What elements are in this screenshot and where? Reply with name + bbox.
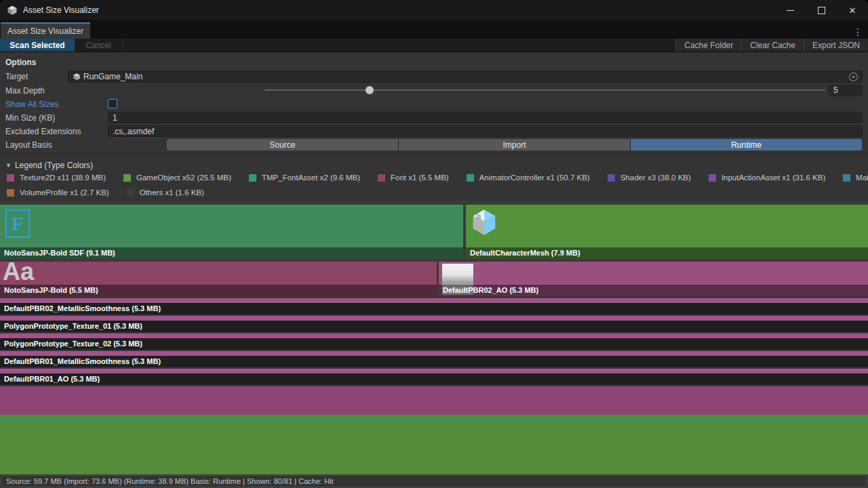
type-color-swatch xyxy=(127,189,134,197)
layout-basis-segmented-control: Source Import Runtime xyxy=(167,139,862,150)
treemap-cell-notosansjp-bold-sdf[interactable]: F NotoSansJP-Bold SDF (9.1 MB) xyxy=(0,205,463,259)
min-size-label: Min Size (KB) xyxy=(5,113,55,123)
cell-label: DefaultCharacterMesh (7.9 MB) xyxy=(466,247,868,259)
treemap-nested-stripe xyxy=(0,418,868,422)
legend-item-label: Shader x3 (38.0 KB) xyxy=(620,174,691,182)
legend-panel: ▼ Legend (Type Colors) Texture2D x11 (38… xyxy=(0,155,868,202)
scan-selected-button[interactable]: Scan Selected xyxy=(0,39,75,52)
font-glyph-icon: Aa xyxy=(3,262,34,285)
legend-item-label: TMP_FontAsset x2 (9.6 MB) xyxy=(262,174,360,182)
legend-item-label: AnimatorController x1 (50.7 KB) xyxy=(479,174,590,182)
layout-basis-runtime-button[interactable]: Runtime xyxy=(631,139,862,150)
legend-row-2: VolumeProfile x1 (2.7 KB) Others x1 (1.6… xyxy=(7,188,204,197)
legend-item: VolumeProfile x1 (2.7 KB) xyxy=(7,188,109,197)
legend-item: Others x1 (1.6 KB) xyxy=(127,188,204,197)
clear-cache-button[interactable]: Clear Cache xyxy=(741,39,804,52)
cancel-button[interactable]: Cancel xyxy=(75,39,122,52)
status-frame: Source: 59.7 MB (Import: 73.6 MB) (Runti… xyxy=(1,475,867,487)
legend-item-label: Texture2D x11 (38.9 MB) xyxy=(20,174,106,182)
legend-header[interactable]: ▼ Legend (Type Colors) xyxy=(5,161,93,170)
treemap-gameobject-block[interactable] xyxy=(0,415,868,474)
treemap-cell-defaultpbr02-ao[interactable]: DefaultPBR02_AO (5.3 MB) xyxy=(439,262,868,296)
close-icon: ✕ xyxy=(849,6,856,15)
target-value: RunGame_Main xyxy=(83,72,142,81)
type-color-swatch xyxy=(608,174,615,182)
collapse-triangle-icon: ▼ xyxy=(5,162,12,169)
cell-label: NotoSansJP-Bold (5.5 MB) xyxy=(0,285,437,296)
legend-item: TMP_FontAsset x2 (9.6 MB) xyxy=(249,174,360,182)
minimize-icon xyxy=(787,10,794,11)
cell-body xyxy=(0,298,868,303)
treemap: F NotoSansJP-Bold SDF (9.1 MB) DefaultCh… xyxy=(0,201,868,474)
maximize-button[interactable] xyxy=(806,0,837,20)
legend-item: GameObject x52 (25.5 MB) xyxy=(123,174,231,182)
target-label: Target xyxy=(5,72,28,81)
legend-item: Texture2D x11 (38.9 MB) xyxy=(7,174,106,182)
excluded-extensions-label: Excluded Extensions xyxy=(5,127,81,136)
type-color-swatch xyxy=(123,174,131,182)
texture-rows: DefaultPBR02_MetallicSmoothness (5.3 MB)… xyxy=(0,298,868,386)
options-header: Options xyxy=(5,58,36,67)
type-color-swatch xyxy=(709,174,716,182)
cell-body xyxy=(0,333,868,338)
layout-basis-label: Layout Basis xyxy=(5,140,52,150)
cache-folder-button[interactable]: Cache Folder xyxy=(675,39,741,52)
layout-basis-source-button[interactable]: Source xyxy=(167,139,398,150)
treemap-cell-defaultcharactermesh[interactable]: DefaultCharacterMesh (7.9 MB) xyxy=(466,205,868,259)
treemap-cell-defaultpbr01-ao[interactable]: DefaultPBR01_AO (5.3 MB) xyxy=(0,369,868,385)
cell-label: DefaultPBR02_AO (5.3 MB) xyxy=(439,285,868,296)
prefab-cube-icon xyxy=(471,208,497,239)
cell-body xyxy=(0,369,868,373)
layout-basis-import-button[interactable]: Import xyxy=(399,139,630,150)
legend-item-label: Material x7 (27.1 KB) xyxy=(856,174,868,182)
legend-item-label: VolumeProfile x1 (2.7 KB) xyxy=(20,188,109,197)
treemap-cell-defaultpbr01-metallicsmoothness[interactable]: DefaultPBR01_MetallicSmoothness (5.3 MB) xyxy=(0,351,868,367)
window-controls: ✕ xyxy=(774,0,868,20)
max-depth-slider-track[interactable] xyxy=(264,89,825,91)
minimize-button[interactable] xyxy=(774,0,806,20)
type-color-swatch xyxy=(467,174,474,182)
font-asset-icon: F xyxy=(5,209,30,238)
treemap-cell-polygonprototype-texture-01[interactable]: PolygonPrototype_Texture_01 (5.3 MB) xyxy=(0,316,868,332)
max-depth-value-field[interactable]: 5 xyxy=(829,85,863,96)
cell-label: PolygonPrototype_Texture_01 (5.3 MB) xyxy=(0,321,868,332)
min-size-input[interactable] xyxy=(108,112,863,123)
legend-item-label: Others x1 (1.6 KB) xyxy=(140,188,204,197)
unity-cube-icon xyxy=(7,5,18,16)
status-bar: Source: 59.7 MB (Import: 73.6 MB) (Runti… xyxy=(0,474,868,488)
toolbar-separator xyxy=(122,39,123,52)
toolbar: Scan Selected Cancel Cache Folder Clear … xyxy=(0,39,868,52)
legend-item-label: Font x1 (5.5 MB) xyxy=(391,174,449,182)
treemap-unlabeled-texture-block[interactable] xyxy=(0,386,868,415)
title-bar: Asset Size Visualizer ✕ xyxy=(0,0,868,20)
excluded-extensions-input[interactable] xyxy=(108,125,863,137)
max-depth-slider-handle[interactable] xyxy=(366,86,374,94)
tab-label: Asset Size Visualizer xyxy=(7,26,83,36)
export-json-button[interactable]: Export JSON xyxy=(804,39,868,52)
type-color-swatch xyxy=(7,174,14,182)
target-object-field[interactable]: RunGame_Main xyxy=(68,70,863,83)
toolbar-right-group: Cache Folder Clear Cache Export JSON xyxy=(675,39,868,52)
close-button[interactable]: ✕ xyxy=(837,0,868,20)
legend-item-label: GameObject x52 (25.5 MB) xyxy=(136,174,231,182)
type-color-swatch xyxy=(249,174,256,182)
treemap-cell-polygonprototype-texture-02[interactable]: PolygonPrototype_Texture_02 (5.3 MB) xyxy=(0,333,868,350)
maximize-icon xyxy=(818,7,825,14)
object-picker-icon[interactable] xyxy=(849,73,858,81)
type-color-swatch xyxy=(7,189,14,197)
legend-title: Legend (Type Colors) xyxy=(15,161,93,170)
app-window: Asset Size Visualizer ✕ Asset Size Visua… xyxy=(0,0,868,488)
legend-item: Shader x3 (38.0 KB) xyxy=(608,174,691,182)
kebab-menu-icon[interactable]: ⋮ xyxy=(853,27,863,37)
show-all-sizes-label: Show All Sizes xyxy=(5,100,59,109)
treemap-cell-defaultpbr02-metallicsmoothness[interactable]: DefaultPBR02_MetallicSmoothness (5.3 MB) xyxy=(0,298,868,314)
type-color-swatch xyxy=(843,174,850,182)
legend-item-label: InputActionAsset x1 (31.6 KB) xyxy=(722,174,825,182)
cell-label: DefaultPBR01_MetallicSmoothness (5.3 MB) xyxy=(0,356,868,367)
show-all-sizes-checkbox[interactable] xyxy=(108,99,117,108)
cell-label: NotoSansJP-Bold SDF (9.1 MB) xyxy=(0,247,463,259)
treemap-cell-notosansjp-bold[interactable]: Aa NotoSansJP-Bold (5.5 MB) xyxy=(0,262,437,296)
legend-item: Material x7 (27.1 KB) xyxy=(843,174,868,182)
tab-asset-size-visualizer[interactable]: Asset Size Visualizer xyxy=(1,22,90,39)
legend-item: InputActionAsset x1 (31.6 KB) xyxy=(709,174,825,182)
